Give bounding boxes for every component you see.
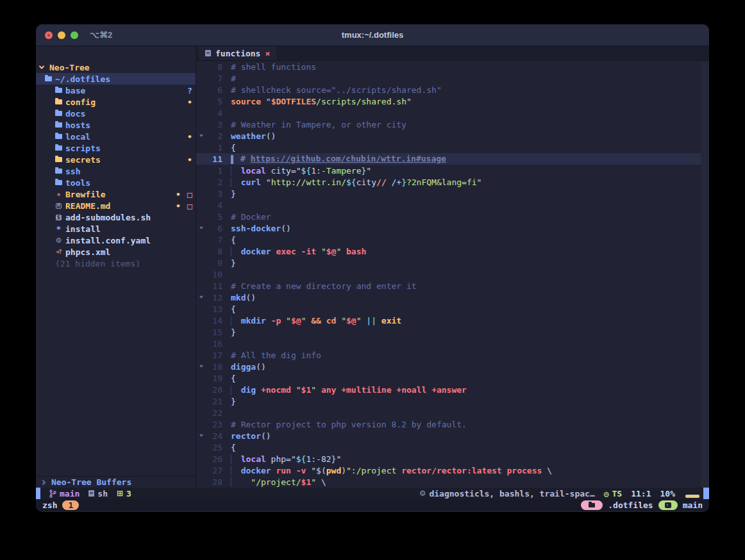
tree-item-readme-md[interactable]: README.md•□	[36, 200, 196, 211]
code-line[interactable]: 10	[196, 268, 709, 280]
tmux-window-index-pill[interactable]: 1	[62, 500, 79, 510]
code-line[interactable]: 16	[196, 338, 709, 349]
line-number: 24	[206, 431, 222, 441]
cursor-position: 11:1	[631, 489, 651, 498]
fold-chevron-icon[interactable]	[196, 296, 206, 299]
line-number: 28	[206, 477, 222, 487]
code-line[interactable]: 3# Weather in Tampere, or other city	[196, 119, 709, 130]
tree-item-21-hidden-items[interactable]: (21 hidden items)	[36, 258, 196, 269]
code-line[interactable]: 14▏ mkdir -p "$@" && cd "$@" || exit	[196, 315, 709, 326]
tree-item-local[interactable]: local•	[36, 131, 196, 142]
tree-item-config[interactable]: config•	[36, 96, 196, 108]
line-number: 6	[206, 85, 222, 95]
code-line[interactable]: 17# All the dig info	[196, 349, 709, 361]
statusline: main sh ⊞ 3 ⚙ diagnosticls, bashls, trai…	[36, 488, 709, 499]
code-line[interactable]: 26▏ local php="${1:-82}"	[196, 453, 709, 465]
code-line[interactable]: 11# https://github.com/chubin/wttr.in#us…	[196, 153, 709, 165]
git-status-badge: •	[172, 190, 184, 199]
git-branch-segment: main	[49, 489, 80, 498]
tree-item-ssh[interactable]: ssh	[36, 165, 196, 177]
line-number: 2	[206, 131, 222, 141]
code-line[interactable]: 1{	[196, 142, 709, 153]
fold-chevron-icon[interactable]	[196, 135, 206, 137]
code-line[interactable]: 3}	[196, 188, 709, 199]
filetype-label: sh	[97, 489, 108, 498]
code-line[interactable]: 20▏ dig +nocmd "$1" any +multiline +noal…	[196, 384, 709, 395]
code-area[interactable]: 8# shell functions7#6# shellcheck source…	[196, 61, 709, 488]
tree-item-base[interactable]: base?	[36, 85, 196, 96]
tab-close-icon[interactable]: ×	[265, 49, 270, 58]
tree-item-brewfile[interactable]: ◆Brewfile•□	[36, 188, 196, 200]
code-line[interactable]: 18digga()	[196, 361, 709, 372]
code-line[interactable]: 28▏ "/project/$1" \	[196, 476, 709, 488]
progress-underscore	[685, 495, 699, 498]
terminal-window: ⌥⌘2 tmux:~/.dotfiles Neo-Tree ~/.dotfile…	[36, 24, 709, 512]
code-line[interactable]: 8# shell functions	[196, 61, 709, 72]
code-line[interactable]: 8▏ docker exec -it "$@" bash	[196, 245, 709, 257]
code-line[interactable]: 19{	[196, 372, 709, 384]
line-number: 7	[206, 235, 222, 245]
code-line[interactable]: 1▏ local city="${1:-Tampere}"	[196, 165, 709, 176]
code-line[interactable]: 24rector()	[196, 430, 709, 441]
code-line[interactable]: 21}	[196, 395, 709, 407]
code-line[interactable]: 4	[196, 107, 709, 119]
neotree-header[interactable]: Neo-Tree	[36, 62, 196, 73]
code-line[interactable]: 15}	[196, 326, 709, 338]
main-area: Neo-Tree ~/.dotfilesbase?config•docshost…	[36, 46, 709, 488]
code-line[interactable]: 11# Create a new directory and enter it	[196, 280, 709, 292]
fold-chevron-icon[interactable]	[196, 434, 206, 437]
line-text: weather()	[222, 131, 276, 141]
code-line[interactable]: 7{	[196, 234, 709, 245]
tree-item-secrets[interactable]: secrets•	[36, 154, 196, 165]
neotree-buffers-header[interactable]: Neo-Tree Buffers	[36, 476, 196, 488]
tmux-window-name[interactable]: zsh	[42, 500, 57, 510]
tree-item-scripts[interactable]: scripts	[36, 142, 196, 154]
line-number: 7	[206, 74, 222, 83]
git-added-segment: ⊞ 3	[117, 489, 131, 498]
code-line[interactable]: 6ssh-docker()	[196, 222, 709, 234]
line-text: ssh-docker()	[222, 224, 291, 233]
tab-functions[interactable]: functions ×	[199, 46, 276, 60]
line-text: {	[222, 374, 236, 383]
folder-icon	[55, 111, 62, 116]
chevron-right-icon	[40, 479, 46, 484]
code-line[interactable]: 4	[196, 199, 709, 211]
tab-label: functions	[215, 49, 260, 58]
git-added-count: 3	[126, 489, 131, 498]
code-line[interactable]: 27▏ docker run -v "$(pwd)":/project rect…	[196, 465, 709, 476]
code-line[interactable]: 13{	[196, 303, 709, 315]
code-line[interactable]: 5source "$DOTFILES/scripts/shared.sh"	[196, 95, 709, 107]
tree-item-docs[interactable]: docs	[36, 108, 196, 119]
code-line[interactable]: 12mkd()	[196, 292, 709, 303]
code-line[interactable]: 23# Rector project to php version 8.2 by…	[196, 418, 709, 430]
scrollbar[interactable]	[701, 61, 709, 488]
code-line[interactable]: 9}	[196, 257, 709, 268]
tree-item-install-conf-yaml[interactable]: ⚙install.conf.yaml	[36, 235, 196, 246]
code-line[interactable]: 7#	[196, 72, 709, 84]
code-line[interactable]: 6# shellcheck source="../scripts/shared.…	[196, 84, 709, 95]
code-line[interactable]: 2weather()	[196, 130, 709, 142]
tree-item-hosts[interactable]: hosts	[36, 119, 196, 131]
filetype-segment: sh	[88, 489, 108, 498]
line-number: 15	[206, 327, 222, 337]
line-number: 25	[206, 443, 222, 452]
tree-item-label: base	[65, 86, 85, 95]
gear-icon: ⚙	[55, 236, 62, 245]
line-text: {	[222, 235, 236, 245]
fold-chevron-icon[interactable]	[196, 227, 206, 229]
line-text: ▏ docker run -v "$(pwd)":/project rector…	[222, 466, 552, 475]
git-status-badge: □	[184, 190, 196, 199]
file-icon	[205, 50, 211, 56]
code-line[interactable]: 22	[196, 407, 709, 418]
tree-item-phpcs-xml[interactable]: <?phpcs.xml	[36, 246, 196, 258]
code-line[interactable]: 2▏ curl "http://wttr.in/${city// /+}?2nF…	[196, 176, 709, 188]
fold-chevron-icon[interactable]	[196, 365, 206, 368]
code-line[interactable]: 5# Docker	[196, 211, 709, 222]
code-line[interactable]: 25{	[196, 441, 709, 453]
tree-item-dotfiles[interactable]: ~/.dotfiles	[36, 73, 196, 85]
line-number: 6	[206, 224, 222, 233]
folder-icon	[589, 503, 595, 507]
tree-item-install[interactable]: *install	[36, 223, 196, 235]
tree-item-tools[interactable]: tools	[36, 177, 196, 188]
tree-item-add-submodules-sh[interactable]: add-submodules.sh	[36, 211, 196, 223]
